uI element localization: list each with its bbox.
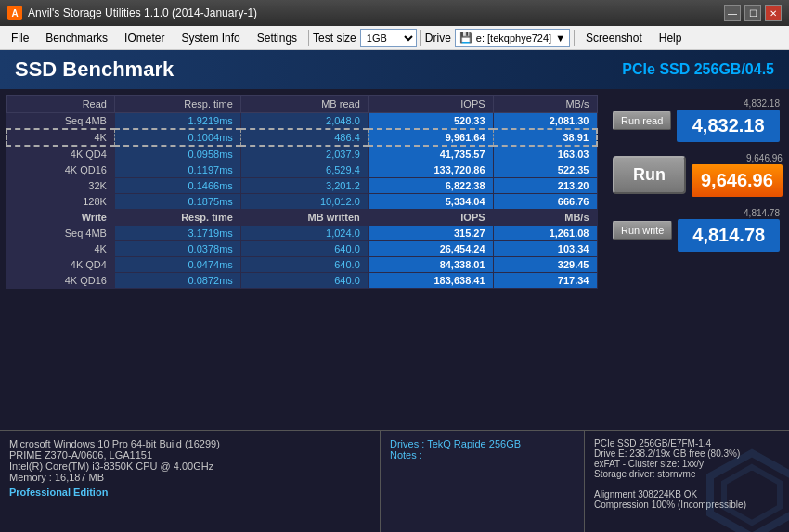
mb-read: 2,048.0 [240,113,368,130]
drives-title: Drives : TekQ Rapide 256GB [390,438,575,449]
close-button[interactable]: ✕ [765,5,782,21]
total-score-display: 9,646.96 [692,164,783,197]
bench-drive: PCIe SSD 256GB/04.5 [622,61,774,78]
row-label: 4K QD16 [6,162,114,178]
drive-value: e: [tekqphye724] [476,32,551,44]
professional-edition: Professional Edition [9,487,370,498]
app-icon: A [7,6,22,20]
iops: 9,961.64 [368,129,493,146]
row-label: 4K QD16 [6,273,114,289]
run-button[interactable]: Run [613,156,686,194]
col-iops: IOPS [368,96,493,113]
pcie-panel: PCIe SSD 256GB/E7FM-1.4 Drive E: 238.2/1… [585,431,789,532]
col-mb-written: MB written [240,210,368,226]
test-size-select[interactable]: 1GB 512MB 256MB [360,29,417,47]
row-label: 32K [6,178,114,194]
mb-written: 640.0 [240,273,368,289]
table-row: Seq 4MB 3.1719ms 1,024.0 315.27 1,261.08 [6,226,597,241]
test-size-control: Test size 1GB 512MB 256MB [313,29,417,47]
menu-sep-1 [308,30,309,46]
table-row: Seq 4MB 1.9219ms 2,048.0 520.33 2,081.30 [6,113,597,130]
menu-file[interactable]: File [4,30,36,46]
col-mbs: MB/s [493,96,597,113]
bench-title: SSD Benchmark [15,58,174,82]
row-label: 4K QD4 [6,257,114,273]
resp-time: 0.0474ms [114,257,240,273]
write-score-box: 4,814.78 4,814.78 [678,208,780,252]
write-score-area: Run write 4,814.78 4,814.78 [613,208,780,252]
resp-time: 0.0872ms [114,273,240,289]
menu-settings[interactable]: Settings [250,30,304,46]
test-size-label: Test size [313,32,356,45]
mbs: 329.45 [493,257,597,273]
mb-written: 1,024.0 [240,226,368,241]
title-bar: A Anvil's Storage Utilities 1.1.0 (2014-… [0,0,789,26]
mbs: 666.76 [493,194,597,210]
mb-written: 640.0 [240,241,368,257]
menu-iometer[interactable]: IOmeter [117,30,172,46]
menu-sysinfo[interactable]: System Info [174,30,247,46]
col-resp-time: Resp. time [114,96,240,113]
resp-time: 0.1197ms [114,162,240,178]
write-section-header: Write Resp. time MB written IOPS MB/s [6,210,597,226]
iops: 133,720.86 [368,162,493,178]
watermark [705,448,789,532]
table-row: 32K 0.1466ms 3,201.2 6,822.38 213.20 [6,178,597,194]
iops: 41,735.57 [368,146,493,162]
sysinfo-panel: Microsoft Windows 10 Pro 64-bit Build (1… [0,431,381,532]
right-panel: Run read 4,832.18 4,832.18 Run 9,646.96 … [603,89,789,430]
total-score-label: 9,646.96 [692,153,783,163]
iops: 315.27 [368,226,493,241]
svg-marker-1 [724,467,780,523]
mbs: 522.35 [493,162,597,178]
iops: 520.33 [368,113,493,130]
write-score-display: 4,814.78 [678,219,780,252]
sys-line-1: PRIME Z370-A/0606, LGA1151 [9,449,370,461]
mbs: 717.34 [493,273,597,289]
mbs: 38.91 [493,129,597,146]
resp-time: 0.0378ms [114,241,240,257]
title-bar-left: A Anvil's Storage Utilities 1.1.0 (2014-… [7,6,257,20]
minimize-button[interactable]: — [724,5,741,21]
row-label: Seq 4MB [6,226,114,241]
mbs: 213.20 [493,178,597,194]
menu-sep-3 [574,30,575,46]
resp-time: 0.1875ms [114,194,240,210]
maximize-button[interactable]: ☐ [744,5,761,21]
bottom-area: Microsoft Windows 10 Pro 64-bit Build (1… [0,430,789,532]
write-score-label: 4,814.78 [678,208,780,218]
menu-bar: File Benchmarks IOmeter System Info Sett… [0,26,789,50]
drive-label: Drive [425,32,451,45]
iops: 26,454.24 [368,241,493,257]
window-controls[interactable]: — ☐ ✕ [724,5,782,21]
menu-help[interactable]: Help [652,30,690,46]
menu-screenshot[interactable]: Screenshot [578,30,650,46]
col-resp-time-w: Resp. time [114,210,240,226]
row-label: 4K QD4 [6,146,114,162]
run-write-button[interactable]: Run write [613,221,672,240]
col-read: Read [6,96,114,113]
notes-title: Notes : [390,449,575,461]
mbs: 1,261.08 [493,226,597,241]
sys-line-3: Memory : 16,187 MB [9,472,370,483]
drive-display[interactable]: 💾 e: [tekqphye724] ▼ [455,29,570,47]
row-label: 4K [6,129,114,146]
table-row: 4K 0.1004ms 486.4 9,961.64 38.91 [6,129,597,146]
mbs: 163.03 [493,146,597,162]
bench-header: SSD Benchmark PCIe SSD 256GB/04.5 [0,50,789,89]
read-score-label: 4,832.18 [677,98,780,109]
mb-read: 486.4 [240,129,368,146]
run-read-button[interactable]: Run read [613,111,671,130]
table-row: 4K QD16 0.0872ms 640.0 183,638.41 717.34 [6,273,597,289]
sys-line-0: Microsoft Windows 10 Pro 64-bit Build (1… [9,438,370,449]
table-row: 4K QD4 0.0474ms 640.0 84,338.01 329.45 [6,257,597,273]
total-score-area: Run 9,646.96 9,646.96 [613,153,780,197]
read-table: Read Resp. time MB read IOPS MB/s Seq 4M… [6,95,598,289]
main-content: Read Resp. time MB read IOPS MB/s Seq 4M… [0,89,789,430]
resp-time: 1.9219ms [114,113,240,130]
menu-benchmarks[interactable]: Benchmarks [38,30,115,46]
table-row: 4K QD4 0.0958ms 2,037.9 41,735.57 163.03 [6,146,597,162]
iops: 183,638.41 [368,273,493,289]
col-mb-read: MB read [240,96,368,113]
resp-time: 0.1004ms [114,129,240,146]
